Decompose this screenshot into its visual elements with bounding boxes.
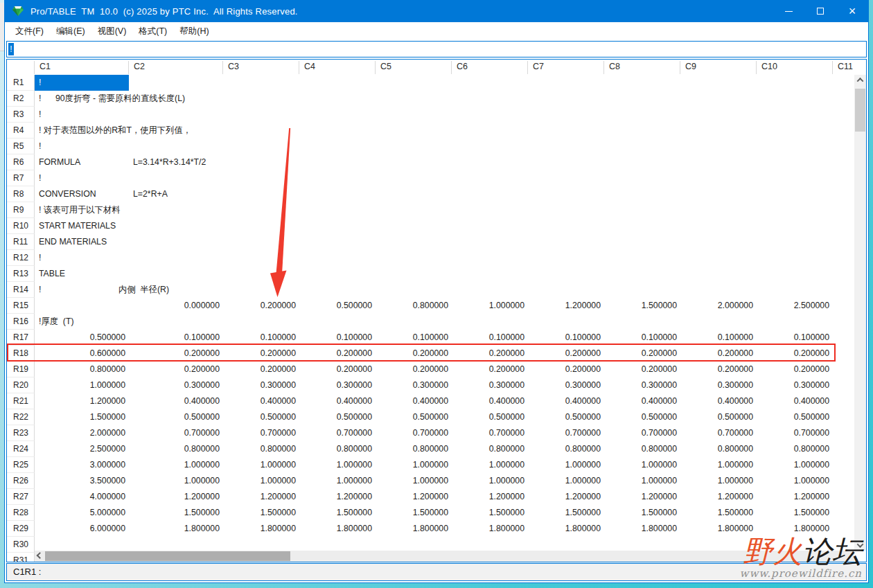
row-header-R9[interactable]: R9 — [7, 202, 35, 218]
column-header-C3[interactable]: C3 — [228, 62, 239, 71]
column-header-C7[interactable]: C7 — [533, 62, 544, 71]
grid-cell[interactable]: 0.100000 — [376, 330, 448, 346]
grid-cell[interactable]: 0.700000 — [129, 425, 220, 441]
column-header-C5[interactable]: C5 — [380, 62, 391, 71]
grid-cell[interactable]: 0.800000 — [299, 441, 372, 457]
grid-cell[interactable]: 2.000000 — [680, 298, 753, 314]
grid-cell[interactable]: 1.200000 — [223, 489, 296, 505]
grid-cell[interactable]: 1.000000 — [604, 473, 677, 489]
grid-cell[interactable]: 1.000000 — [223, 457, 296, 473]
row-header-R4[interactable]: R4 — [7, 123, 35, 139]
horizontal-scrollbar[interactable] — [35, 551, 854, 562]
row-header-R8[interactable]: R8 — [7, 186, 35, 202]
grid-cell[interactable]: 0.200000 — [129, 346, 220, 362]
grid-cell[interactable]: 0.800000 — [757, 441, 829, 457]
grid-cell[interactable]: 0.200000 — [376, 346, 448, 362]
vertical-scrollbar-thumb[interactable] — [855, 89, 865, 132]
grid-cell[interactable]: 1.500000 — [528, 505, 601, 521]
grid-cell[interactable]: 0.800000 — [35, 362, 125, 377]
grid-cell[interactable]: 0.100000 — [129, 330, 220, 346]
grid-cell[interactable]: 0.100000 — [757, 330, 829, 346]
grid-cell[interactable]: 1.800000 — [376, 521, 448, 537]
grid-cell[interactable]: 1.800000 — [452, 521, 524, 537]
grid-cell[interactable]: 1.200000 — [299, 489, 372, 505]
grid-cell[interactable]: 1.500000 — [680, 505, 753, 521]
menu-file[interactable]: 文件(F) — [9, 23, 50, 40]
grid-cell[interactable]: 0.200000 — [757, 346, 829, 362]
grid-cell[interactable]: 1.800000 — [299, 521, 372, 537]
grid-cell[interactable]: 2.500000 — [35, 441, 125, 457]
grid-cell[interactable]: 1.500000 — [376, 505, 448, 521]
grid-cell[interactable]: 0.400000 — [604, 393, 677, 409]
grid-cell[interactable]: 0.300000 — [299, 377, 372, 393]
grid-cell[interactable]: 0.400000 — [129, 393, 220, 409]
grid-cell[interactable]: 0.700000 — [376, 425, 448, 441]
grid-cell[interactable]: ! 对于表范围以外的R和T，使用下列值， — [39, 123, 191, 139]
grid-cell[interactable]: 1.000000 — [680, 473, 753, 489]
grid-cell[interactable]: 5.000000 — [35, 505, 125, 521]
scroll-left-button[interactable] — [35, 551, 44, 562]
grid-cell[interactable]: 0.500000 — [604, 409, 677, 425]
row-header-R13[interactable]: R13 — [7, 266, 35, 282]
grid-cell[interactable]: 0.700000 — [680, 425, 753, 441]
row-header-R5[interactable]: R5 — [7, 139, 35, 154]
grid-cell[interactable]: 0.300000 — [376, 377, 448, 393]
grid-cell[interactable]: 0.300000 — [757, 377, 829, 393]
grid-cell[interactable]: 1.200000 — [604, 489, 677, 505]
row-header-R23[interactable]: R23 — [7, 425, 35, 441]
grid-cell[interactable]: 1.800000 — [757, 521, 829, 537]
grid-cell[interactable]: 0.700000 — [528, 425, 601, 441]
grid-cell[interactable]: ! — [39, 250, 41, 266]
grid-cell[interactable]: 1.500000 — [604, 298, 677, 314]
grid-cell[interactable]: 1.000000 — [35, 377, 125, 393]
grid-cell[interactable]: 0.200000 — [299, 346, 372, 362]
column-header-C10[interactable]: C10 — [761, 62, 777, 71]
grid-cell[interactable]: ! — [39, 139, 41, 154]
menu-edit[interactable]: 编辑(E) — [50, 23, 91, 40]
grid-cell[interactable]: 0.700000 — [223, 425, 296, 441]
menu-view[interactable]: 视图(V) — [91, 23, 133, 40]
column-header-C2[interactable]: C2 — [134, 62, 145, 71]
formula-input[interactable]: ! — [6, 41, 867, 57]
grid-cell[interactable]: 1.000000 — [299, 473, 372, 489]
grid-cell[interactable]: 0.400000 — [452, 393, 524, 409]
grid-cell[interactable]: 0.500000 — [452, 409, 524, 425]
grid-cell[interactable]: 1.800000 — [129, 521, 220, 537]
grid-cell[interactable]: ! — [39, 282, 41, 298]
row-header-R29[interactable]: R29 — [7, 521, 35, 537]
column-header-C4[interactable]: C4 — [304, 62, 315, 71]
row-header-R31[interactable]: R31 — [7, 553, 35, 562]
grid-cell[interactable]: 1.200000 — [452, 489, 524, 505]
grid-cell[interactable]: 4.000000 — [35, 489, 125, 505]
row-header-R19[interactable]: R19 — [7, 362, 35, 377]
grid-cell[interactable]: 1.200000 — [528, 489, 601, 505]
row-header-R16[interactable]: R16 — [7, 314, 35, 330]
grid-cell[interactable]: 0.800000 — [129, 441, 220, 457]
grid-cell[interactable]: 0.200000 — [452, 346, 524, 362]
scroll-down-button[interactable] — [854, 540, 866, 551]
grid-cell[interactable]: 1.000000 — [757, 457, 829, 473]
grid-cell[interactable]: 0.000000 — [129, 298, 220, 314]
grid-cell[interactable]: 1.200000 — [528, 298, 601, 314]
grid-cell[interactable]: 0.200000 — [604, 362, 677, 377]
maximize-button[interactable] — [804, 0, 836, 22]
grid-cell[interactable]: 1.200000 — [376, 489, 448, 505]
grid-cell[interactable]: 0.400000 — [680, 393, 753, 409]
row-header-R21[interactable]: R21 — [7, 393, 35, 409]
grid-cell[interactable]: 1.800000 — [604, 521, 677, 537]
grid-cell[interactable]: 1.800000 — [528, 521, 601, 537]
grid-cell[interactable]: 1.500000 — [299, 505, 372, 521]
grid-cell[interactable]: 0.200000 — [680, 346, 753, 362]
row-header-R7[interactable]: R7 — [7, 170, 35, 186]
menu-help[interactable]: 帮助(H) — [173, 23, 215, 40]
grid-cell[interactable]: 0.500000 — [35, 330, 125, 346]
grid-cell[interactable]: 0.700000 — [604, 425, 677, 441]
grid-cell[interactable]: FORMULA — [39, 154, 80, 170]
row-header-R2[interactable]: R2 — [7, 91, 35, 107]
grid-cell[interactable]: 0.400000 — [376, 393, 448, 409]
grid-cell[interactable]: ! 该表可用于以下材料 — [39, 202, 121, 218]
grid-cell[interactable]: 1.500000 — [757, 505, 829, 521]
grid-cell[interactable]: 0.200000 — [129, 362, 220, 377]
grid-cell[interactable]: 0.800000 — [223, 441, 296, 457]
column-header-C1[interactable]: C1 — [39, 62, 51, 71]
